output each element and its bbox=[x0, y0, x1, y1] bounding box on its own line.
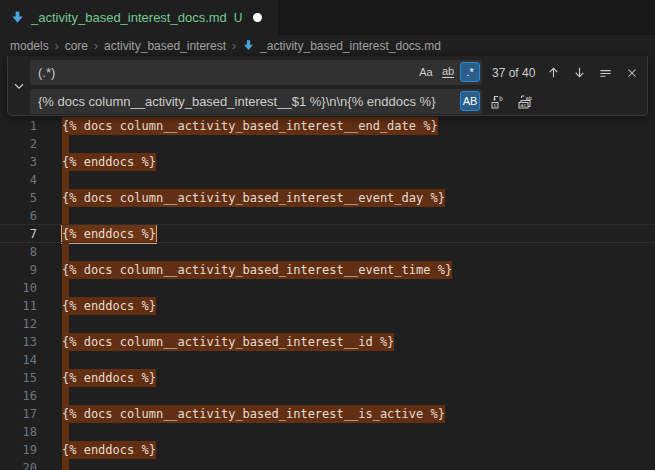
editor-line[interactable]: 4 bbox=[0, 171, 655, 189]
find-input[interactable] bbox=[30, 60, 482, 85]
find-match-highlight: {% docs column__activity_based_interest_… bbox=[62, 333, 394, 351]
line-content[interactable] bbox=[62, 459, 69, 470]
line-number: 13 bbox=[0, 333, 37, 351]
editor-line[interactable]: 3{% enddocs %} bbox=[0, 153, 655, 171]
line-number: 10 bbox=[0, 279, 37, 297]
replace-all-icon: ab ac bbox=[517, 94, 533, 110]
find-match-highlight bbox=[62, 387, 69, 405]
find-match-highlight bbox=[62, 279, 69, 297]
line-content[interactable] bbox=[62, 171, 69, 189]
line-number: 6 bbox=[0, 207, 37, 225]
whole-word-button[interactable]: ab bbox=[438, 62, 458, 82]
breadcrumb-file-label: _activity_based_interest_docs.md bbox=[260, 39, 441, 53]
editor-line[interactable]: 7{% enddocs %} bbox=[0, 225, 655, 243]
line-number: 1 bbox=[0, 117, 37, 135]
editor-line[interactable]: 2 bbox=[0, 135, 655, 153]
editor-line[interactable]: 8 bbox=[0, 243, 655, 261]
line-content[interactable]: {% enddocs %} bbox=[62, 441, 156, 459]
find-match-highlight: {% enddocs %} bbox=[62, 153, 156, 171]
replace-button[interactable]: b c bbox=[487, 91, 508, 112]
line-content[interactable]: {% docs column__activity_based_interest_… bbox=[62, 189, 445, 207]
preserve-case-button[interactable]: AB bbox=[460, 91, 480, 111]
find-match-highlight: {% docs column__activity_based_interest_… bbox=[62, 261, 452, 279]
replace-input[interactable] bbox=[30, 89, 482, 114]
line-content[interactable]: {% enddocs %} bbox=[62, 369, 156, 387]
line-content[interactable]: {% enddocs %} bbox=[62, 225, 156, 243]
replace-input-wrap: AB bbox=[30, 89, 482, 114]
editor-text-area[interactable]: 1{% docs column__activity_based_interest… bbox=[0, 56, 655, 470]
line-content[interactable] bbox=[62, 315, 69, 333]
close-find-button[interactable] bbox=[621, 62, 642, 83]
find-match-highlight bbox=[62, 315, 69, 333]
line-number: 15 bbox=[0, 369, 37, 387]
editor-line[interactable]: 15{% enddocs %} bbox=[0, 369, 655, 387]
find-match-highlight: {% enddocs %} bbox=[62, 297, 156, 315]
vscode-window: _activity_based_interest_docs.md U model… bbox=[0, 0, 655, 470]
line-content[interactable] bbox=[62, 207, 69, 225]
find-match-highlight: {% docs column__activity_based_interest_… bbox=[62, 405, 445, 423]
line-content[interactable] bbox=[62, 423, 69, 441]
editor-line[interactable]: 10 bbox=[0, 279, 655, 297]
editor-line[interactable]: 20 bbox=[0, 459, 655, 470]
editor-lines: 1{% docs column__activity_based_interest… bbox=[0, 117, 655, 470]
breadcrumb-item-models[interactable]: models bbox=[10, 39, 49, 53]
close-icon bbox=[625, 66, 639, 80]
line-content[interactable]: {% docs column__activity_based_interest_… bbox=[62, 117, 438, 135]
line-content[interactable]: {% enddocs %} bbox=[62, 297, 156, 315]
editor-line[interactable]: 16 bbox=[0, 387, 655, 405]
editor-line[interactable]: 6 bbox=[0, 207, 655, 225]
find-in-selection-button[interactable] bbox=[595, 62, 616, 83]
find-input-wrap: Aa ab .* bbox=[30, 60, 482, 85]
line-number: 12 bbox=[0, 315, 37, 333]
tab-activity-docs[interactable]: _activity_based_interest_docs.md U bbox=[0, 0, 278, 35]
breadcrumb: models › core › activity_based_interest … bbox=[0, 35, 655, 56]
line-number: 4 bbox=[0, 171, 37, 189]
editor-line[interactable]: 12 bbox=[0, 315, 655, 333]
next-match-button[interactable] bbox=[569, 62, 590, 83]
toggle-replace-button[interactable] bbox=[8, 56, 30, 115]
line-number: 2 bbox=[0, 135, 37, 153]
editor-line[interactable]: 13{% docs column__activity_based_interes… bbox=[0, 333, 655, 351]
regex-button[interactable]: .* bbox=[460, 62, 480, 82]
line-content[interactable]: {% docs column__activity_based_interest_… bbox=[62, 333, 394, 351]
breadcrumb-separator: › bbox=[232, 39, 236, 53]
line-content[interactable]: {% enddocs %} bbox=[62, 153, 156, 171]
chevron-down-icon bbox=[12, 79, 26, 93]
breadcrumb-item-file[interactable]: _activity_based_interest_docs.md bbox=[242, 39, 441, 53]
find-match-highlight: {% enddocs %} bbox=[62, 369, 156, 387]
line-number: 8 bbox=[0, 243, 37, 261]
breadcrumb-item-activity-based-interest[interactable]: activity_based_interest bbox=[104, 39, 226, 53]
editor-line[interactable]: 19{% enddocs %} bbox=[0, 441, 655, 459]
svg-text:ac: ac bbox=[520, 102, 527, 108]
line-content[interactable] bbox=[62, 351, 69, 369]
breadcrumb-item-core[interactable]: core bbox=[65, 39, 88, 53]
line-content[interactable]: {% docs column__activity_based_interest_… bbox=[62, 261, 452, 279]
markdown-file-icon bbox=[242, 39, 255, 52]
editor-line[interactable]: 14 bbox=[0, 351, 655, 369]
editor-line[interactable]: 9{% docs column__activity_based_interest… bbox=[0, 261, 655, 279]
find-match-highlight: {% enddocs %} bbox=[62, 441, 156, 459]
line-number: 19 bbox=[0, 441, 37, 459]
line-content[interactable] bbox=[62, 279, 69, 297]
modified-dot-indicator[interactable] bbox=[253, 13, 262, 22]
line-content[interactable] bbox=[62, 135, 69, 153]
previous-match-button[interactable] bbox=[543, 62, 564, 83]
current-find-match: {% enddocs %} bbox=[62, 225, 156, 243]
editor-line[interactable]: 1{% docs column__activity_based_interest… bbox=[0, 117, 655, 135]
find-row: Aa ab .* 37 of 40 bbox=[30, 60, 647, 85]
line-content[interactable] bbox=[62, 243, 69, 261]
replace-icon: b c bbox=[490, 94, 506, 110]
svg-text:ab: ab bbox=[525, 94, 532, 100]
find-match-highlight bbox=[62, 351, 69, 369]
match-case-button[interactable]: Aa bbox=[416, 62, 436, 82]
line-content[interactable]: {% docs column__activity_based_interest_… bbox=[62, 405, 445, 423]
find-match-highlight bbox=[62, 423, 69, 441]
editor-line[interactable]: 5{% docs column__activity_based_interest… bbox=[0, 189, 655, 207]
line-content[interactable] bbox=[62, 387, 69, 405]
editor-line[interactable]: 18 bbox=[0, 423, 655, 441]
line-number: 9 bbox=[0, 261, 37, 279]
editor-line[interactable]: 17{% docs column__activity_based_interes… bbox=[0, 405, 655, 423]
find-match-highlight bbox=[62, 171, 69, 189]
replace-all-button[interactable]: ab ac bbox=[514, 91, 535, 112]
editor-line[interactable]: 11{% enddocs %} bbox=[0, 297, 655, 315]
